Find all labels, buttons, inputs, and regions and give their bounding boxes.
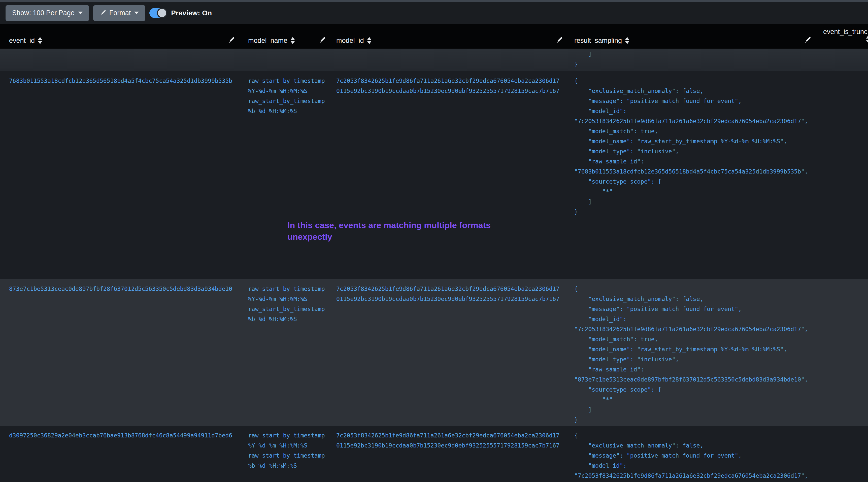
chevron-down-icon	[78, 11, 83, 14]
model-id-value[interactable]: 7c2053f8342625b1fe9d86fa711a261a6e32cbf2…	[332, 426, 569, 482]
show-per-page-label: Show: 100 Per Page	[12, 9, 74, 17]
toggle-knob-icon	[157, 8, 167, 18]
result-sampling-value[interactable]: { "exclusive_match_anomaly": false, "mes…	[569, 279, 817, 426]
column-header-model-name[interactable]: model_name	[241, 24, 332, 49]
event-id-value[interactable]: 873e7c1be5313ceac0de897bfbf28f637012d5c5…	[9, 284, 241, 294]
column-label: result_sampling	[574, 36, 622, 44]
edit-column-icon[interactable]	[804, 37, 811, 43]
edit-column-icon[interactable]	[556, 37, 562, 43]
column-label: model_id	[336, 36, 364, 44]
sort-icon[interactable]	[38, 37, 42, 44]
sort-icon[interactable]	[290, 37, 295, 44]
model-name-value[interactable]: raw_start_by_timestamp%Y-%d-%m %H:%M:%Sr…	[241, 71, 332, 279]
table-row: d3097250c36829a2e04eb3ccab76bae913b8768d…	[0, 426, 868, 482]
format-label: Format	[109, 9, 131, 17]
model-name-value[interactable]: raw_start_by_timestamp%Y-%d-%m %H:%M:%Sr…	[241, 279, 332, 426]
edit-column-icon[interactable]	[319, 37, 325, 43]
table-body: ]} 7683b011553a18cdfcb12e365d56518bd4a5f…	[0, 49, 868, 482]
model-name-value[interactable]: raw_start_by_timestamp%Y-%d-%m %H:%M:%Sr…	[241, 426, 332, 482]
table-row: 873e7c1be5313ceac0de897bfbf28f637012d5c5…	[0, 279, 868, 426]
preview-toggle[interactable]	[149, 8, 167, 18]
model-id-value[interactable]: 7c2053f8342625b1fe9d86fa711a261a6e32cbf2…	[332, 279, 569, 426]
edit-column-icon[interactable]	[228, 37, 234, 43]
column-header-model-id[interactable]: model_id	[332, 24, 569, 49]
table-header: event_id model_name	[0, 24, 868, 49]
events-table-screen: Show: 100 Per Page Format Preview: On ev…	[0, 0, 868, 482]
event-id-value[interactable]: d3097250c36829a2e04eb3ccab76bae913b8768d…	[9, 430, 241, 441]
sort-icon[interactable]	[625, 37, 629, 44]
model-id-value[interactable]: 7c2053f8342625b1fe9d86fa711a261a6e32cbf2…	[332, 71, 569, 279]
top-edge-strip	[0, 0, 868, 2]
column-header-event-id[interactable]: event_id	[0, 24, 241, 49]
column-label: event_is_trunc	[823, 28, 868, 36]
results-toolbar: Show: 100 Per Page Format Preview: On	[0, 2, 868, 24]
result-sampling-cell[interactable]: ]}	[569, 49, 817, 71]
event-id-value[interactable]: 7683b011553a18cdfcb12e365d56518bd4a5f4cb…	[9, 76, 241, 86]
column-header-result-sampling[interactable]: result_sampling	[569, 24, 817, 49]
result-sampling-value[interactable]: { "exclusive_match_anomaly": false, "mes…	[569, 71, 817, 279]
format-button[interactable]: Format	[93, 5, 146, 21]
column-header-event-is-truncated[interactable]: event_is_trunc	[817, 24, 868, 49]
column-label: model_name	[248, 36, 287, 44]
pencil-icon	[100, 10, 106, 16]
sort-icon[interactable]	[367, 37, 372, 44]
show-per-page-button[interactable]: Show: 100 Per Page	[5, 5, 89, 21]
table-row: 7683b011553a18cdfcb12e365d56518bd4a5f4cb…	[0, 71, 868, 279]
column-label: event_id	[9, 36, 35, 44]
chevron-down-icon	[134, 11, 139, 14]
result-sampling-value[interactable]: { "exclusive_match_anomaly": false, "mes…	[569, 426, 817, 482]
annotation-note: In this case, events are matching multip…	[287, 219, 514, 243]
preview-toggle-label: Preview: On	[171, 9, 212, 17]
sort-icon[interactable]	[866, 35, 868, 43]
table-row-partial: ]}	[0, 49, 868, 71]
